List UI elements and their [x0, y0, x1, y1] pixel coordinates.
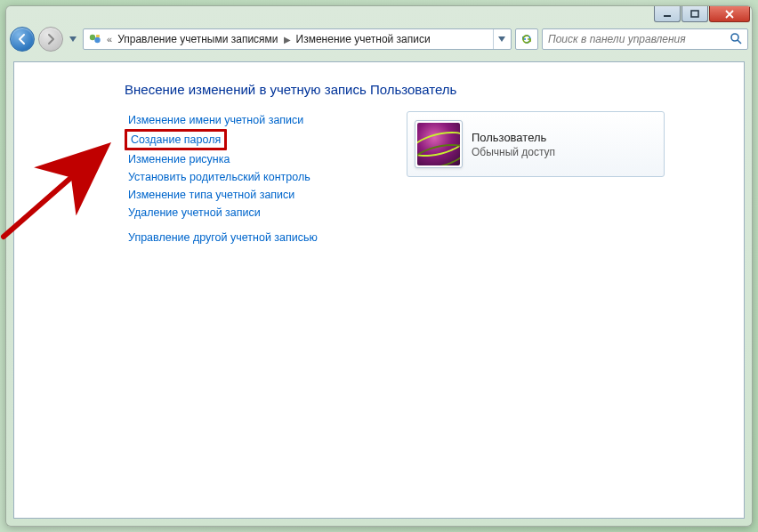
svg-point-2: [90, 35, 95, 40]
avatar-icon: [417, 123, 460, 165]
toolbar: « Управление учетными записями ▶ Изменен…: [10, 24, 748, 54]
refresh-button[interactable]: [515, 28, 538, 50]
window-frame: « Управление учетными записями ▶ Изменен…: [5, 5, 753, 527]
link-create-password[interactable]: Создание пароля: [129, 133, 222, 147]
back-button[interactable]: [10, 27, 35, 52]
action-link-list: Изменение имени учетной записи Создание …: [125, 111, 321, 246]
nav-history-dropdown[interactable]: [67, 28, 79, 50]
search-input[interactable]: [548, 33, 730, 45]
svg-rect-0: [664, 15, 671, 17]
link-change-name[interactable]: Изменение имени учетной записи: [125, 111, 321, 129]
page-title: Внесение изменений в учетную запись Поль…: [125, 82, 726, 97]
titlebar: [6, 6, 752, 24]
breadcrumb-item[interactable]: Изменение учетной записи: [293, 33, 434, 45]
link-delete-account[interactable]: Удаление учетной записи: [125, 204, 321, 222]
user-card: Пользователь Обычный доступ: [407, 111, 665, 177]
svg-rect-1: [691, 11, 698, 17]
forward-button[interactable]: [38, 27, 63, 52]
link-manage-other[interactable]: Управление другой учетной записью: [125, 229, 321, 246]
highlight-annotation: Создание пароля: [125, 129, 227, 150]
svg-point-5: [731, 34, 738, 41]
chevron-right-icon: ▶: [282, 35, 293, 44]
avatar-frame: [415, 120, 463, 168]
address-dropdown-icon[interactable]: [493, 29, 509, 49]
user-type: Обычный доступ: [472, 146, 555, 158]
breadcrumb-overflow-icon[interactable]: «: [105, 34, 114, 44]
svg-line-6: [738, 40, 741, 44]
link-change-picture[interactable]: Изменение рисунка: [125, 150, 321, 168]
content-area: Внесение изменений в учетную запись Поль…: [13, 61, 745, 519]
link-parental-controls[interactable]: Установить родительский контроль: [125, 168, 321, 186]
maximize-button[interactable]: [681, 6, 708, 22]
breadcrumb-item[interactable]: Управление учетными записями: [114, 33, 281, 45]
address-bar[interactable]: « Управление учетными записями ▶ Изменен…: [83, 28, 512, 50]
svg-rect-4: [96, 35, 100, 37]
link-change-type[interactable]: Изменение типа учетной записи: [125, 186, 321, 204]
control-panel-icon: [87, 31, 103, 47]
minimize-button[interactable]: [654, 6, 681, 22]
svg-point-3: [94, 37, 100, 43]
search-icon[interactable]: [730, 32, 742, 47]
search-box[interactable]: [542, 28, 748, 50]
close-button[interactable]: [709, 6, 750, 22]
user-name: Пользователь: [472, 131, 555, 144]
